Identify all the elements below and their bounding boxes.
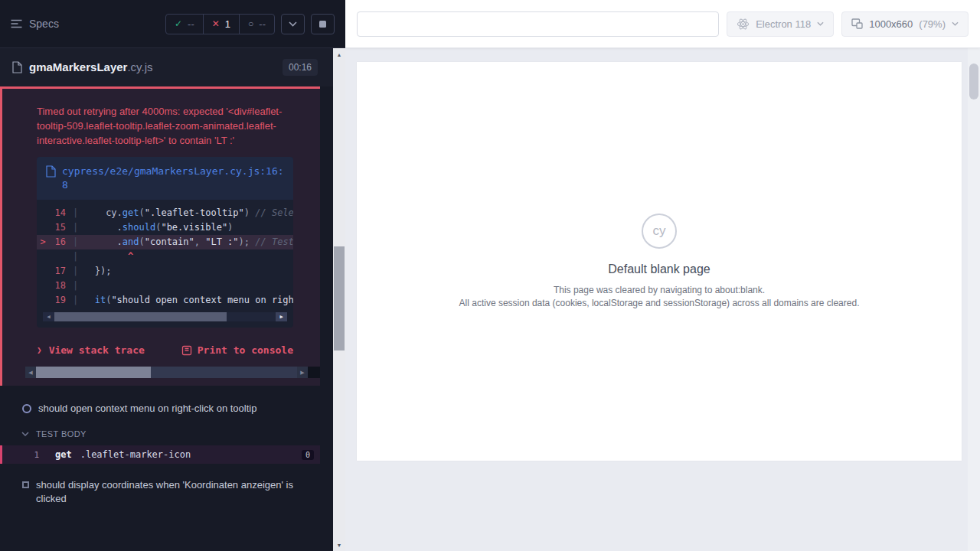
- scroll-left-arrow[interactable]: ◀: [43, 312, 54, 321]
- auto-scroll-button[interactable]: [281, 14, 305, 34]
- pending-count: --: [259, 18, 266, 30]
- test-running-icon: [22, 404, 31, 413]
- test-row[interactable]: should open context menu on right-click …: [0, 395, 333, 422]
- blank-page-message-1: This page was cleared by navigating to a…: [554, 284, 765, 297]
- viewport-size: 1000x660: [869, 18, 913, 30]
- specs-list-icon: [11, 19, 22, 28]
- code-line: 18|: [37, 279, 293, 293]
- code-frame: cypress/e2e/gmaMarkersLayer.cy.js:16:8 1…: [37, 157, 293, 328]
- cross-icon: ✕: [212, 18, 220, 29]
- scrollbar-corner: [308, 367, 320, 378]
- runner-header: Specs ✓ -- ✕ 1 ○ --: [0, 0, 345, 48]
- test-queued-icon: [22, 481, 29, 488]
- test-row[interactable]: should display coordinates when 'Koordin…: [0, 471, 333, 512]
- scrollbar-thumb[interactable]: [54, 312, 227, 321]
- scrollbar-thumb[interactable]: [334, 246, 345, 350]
- scroll-down-arrow[interactable]: ▼: [333, 539, 345, 551]
- stage-vertical-scrollbar: [968, 48, 980, 551]
- chevron-down-icon: [289, 21, 297, 27]
- code-line: 15| .should("be.visible"): [37, 220, 293, 235]
- aut-iframe: cy Default blank page This page was clea…: [357, 62, 962, 461]
- command-args: .leaflet-marker-icon: [80, 449, 191, 460]
- url-input[interactable]: [357, 11, 719, 37]
- url-toolbar: Electron 118 1000x660 (79%): [345, 0, 980, 48]
- code-frame-file-link[interactable]: cypress/e2e/gmaMarkersLayer.cy.js:16:8: [37, 157, 293, 200]
- command-method: get: [55, 449, 72, 460]
- print-to-console-label: Print to console: [198, 344, 293, 356]
- chevron-down-icon: [952, 21, 959, 26]
- specs-menu-button[interactable]: Specs: [11, 18, 59, 30]
- file-icon: [46, 165, 56, 192]
- pending-stat: ○ --: [239, 15, 274, 34]
- passed-count: --: [188, 18, 194, 30]
- code-frame-file-path: cypress/e2e/gmaMarkersLayer.cy.js:16:8: [62, 165, 284, 192]
- error-actions: ❯ View stack trace Print to console: [37, 344, 293, 356]
- spec-header[interactable]: gmaMarkersLayer.cy.js 00:16: [0, 48, 333, 86]
- browser-selector[interactable]: Electron 118: [727, 11, 834, 37]
- pending-circle-icon: ○: [248, 18, 253, 29]
- blank-page-title: Default blank page: [608, 262, 710, 276]
- reporter-vertical-scrollbar: ▲ ▼: [333, 48, 345, 551]
- check-icon: ✓: [175, 18, 182, 29]
- scrollbar-track[interactable]: [36, 367, 297, 378]
- scrollbar-track[interactable]: [54, 312, 276, 321]
- scroll-right-arrow[interactable]: ▶: [276, 312, 287, 321]
- error-message: Timed out retrying after 4000ms: expecte…: [37, 104, 295, 148]
- cypress-logo-text: cy: [653, 223, 666, 239]
- code-line: | ^: [37, 249, 293, 264]
- code-line: >16| .and("contain", "LT :"); // Test: [37, 235, 293, 249]
- code-horizontal-scrollbar: ◀ ▶: [43, 312, 287, 321]
- electron-browser-icon: [737, 18, 750, 31]
- scroll-right-arrow[interactable]: ▶: [297, 367, 308, 378]
- stop-icon: [319, 21, 326, 28]
- test-body-section-header[interactable]: TEST BODY: [0, 422, 333, 445]
- scrollbar-thumb[interactable]: [36, 367, 151, 378]
- viewport-icon: [851, 18, 863, 29]
- reporter-panel: Specs ✓ -- ✕ 1 ○ --: [0, 0, 345, 551]
- viewport-scale: (79%): [919, 18, 946, 30]
- blank-page-message-2: All active session data (cookies, localS…: [459, 297, 860, 310]
- failed-count: 1: [225, 18, 230, 30]
- scroll-up-arrow[interactable]: ▲: [333, 48, 345, 60]
- spec-name: gmaMarkersLayer: [29, 60, 127, 73]
- failed-attempt-block: Timed out retrying after 4000ms: expecte…: [0, 86, 320, 386]
- test-title: should display coordinates when 'Koordin…: [36, 478, 296, 506]
- code-lines: 14| cy.get(".leaflet-tooltip") // Sele15…: [37, 200, 293, 308]
- test-title: should open context menu on right-click …: [38, 402, 256, 416]
- scroll-left-arrow[interactable]: ◀: [25, 367, 36, 378]
- code-line: 17| });: [37, 264, 293, 279]
- code-line: 14| cy.get(".leaflet-tooltip") // Sele: [37, 206, 293, 220]
- scrollbar-thumb[interactable]: [969, 64, 978, 99]
- browser-label: Electron 118: [756, 18, 811, 30]
- test-list: should open context menu on right-click …: [0, 386, 333, 512]
- failed-stat: ✕ 1: [203, 15, 239, 34]
- command-log-entry[interactable]: 1 get .leaflet-marker-icon 0: [0, 445, 320, 464]
- command-number: 1: [2, 450, 39, 460]
- chevron-down-icon: [21, 432, 29, 436]
- chevron-down-icon: [817, 21, 824, 26]
- chevron-right-icon: ❯: [37, 345, 42, 355]
- view-stack-trace-label: View stack trace: [49, 344, 145, 356]
- reporter-log: gmaMarkersLayer.cy.js 00:16 Timed out re…: [0, 48, 333, 551]
- test-body-label: TEST BODY: [36, 429, 87, 439]
- aut-stage: cy Default blank page This page was clea…: [345, 48, 968, 551]
- cypress-logo: cy: [642, 214, 677, 249]
- print-to-console-button[interactable]: Print to console: [181, 344, 293, 356]
- code-line: 19| it("should open context menu on righ: [37, 293, 293, 308]
- attempt-horizontal-scrollbar: ◀ ▶: [25, 367, 320, 378]
- view-stack-trace-link[interactable]: ❯ View stack trace: [37, 344, 145, 356]
- passed-stat: ✓ --: [166, 15, 203, 34]
- spec-file-icon: [12, 61, 22, 73]
- spec-extension: .cy.js: [127, 60, 152, 73]
- spec-timer: 00:16: [283, 59, 318, 76]
- specs-label: Specs: [29, 18, 59, 30]
- test-stats: ✓ -- ✕ 1 ○ --: [165, 14, 275, 34]
- stop-button[interactable]: [311, 14, 335, 34]
- viewport-selector[interactable]: 1000x660 (79%): [841, 11, 969, 37]
- command-badge: 0: [302, 450, 314, 460]
- runner-stage-panel: Electron 118 1000x660 (79%) cy Default b…: [345, 0, 980, 551]
- print-icon: [181, 345, 192, 356]
